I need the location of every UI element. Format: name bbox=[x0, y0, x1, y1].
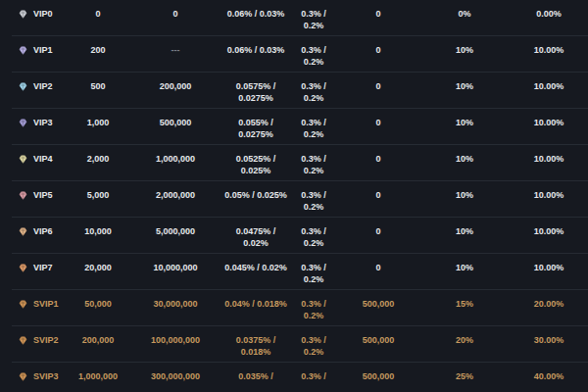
diamond-icon bbox=[18, 299, 28, 310]
table-cell-holding-requirement: 500 bbox=[67, 80, 129, 92]
table-cell-maker-taker-fee: 0.035% / bbox=[221, 370, 290, 382]
table-cell-volume-requirement: 300,000,000 bbox=[129, 370, 221, 382]
table-cell-rate-2: 40.00% bbox=[510, 370, 588, 382]
table-cell-holding-requirement: 200 bbox=[67, 44, 129, 56]
table-cell-secondary-fee: 0.3% / 0.2% bbox=[290, 80, 337, 104]
vip-level-cell: SVIP1 bbox=[12, 298, 67, 310]
table-row: VIP4 2,000 1,000,000 0.0525% / 0.025% 0.… bbox=[12, 145, 588, 181]
vip-level-cell: VIP2 bbox=[12, 80, 67, 92]
vip-level-cell: SVIP3 bbox=[12, 370, 67, 382]
table-cell-holding-requirement: 10,000 bbox=[67, 225, 129, 237]
vip-level-cell: VIP4 bbox=[12, 153, 67, 165]
table-cell-maker-taker-fee: 0.045% / 0.02% bbox=[221, 262, 290, 273]
table-cell-rate-1: 10% bbox=[419, 80, 510, 92]
table-cell-secondary-fee: 0.3% / 0.2% bbox=[290, 225, 337, 249]
diamond-icon bbox=[18, 226, 28, 237]
diamond-icon bbox=[18, 263, 28, 273]
table-cell-rate-1: 10% bbox=[419, 44, 510, 56]
vip-level-label: VIP7 bbox=[33, 262, 53, 273]
table-cell-volume-requirement: 0 bbox=[129, 8, 221, 20]
table-row: VIP2 500 200,000 0.0575% / 0.0275% 0.3% … bbox=[12, 73, 588, 109]
vip-level-label: SVIP3 bbox=[33, 370, 59, 382]
table-cell-rate-1: 0% bbox=[419, 8, 510, 20]
diamond-icon bbox=[18, 371, 28, 382]
diamond-icon bbox=[18, 190, 28, 201]
table-cell-holding-requirement: 200,000 bbox=[67, 334, 129, 346]
table-cell-bonus-amount: 0 bbox=[337, 225, 419, 237]
table-cell-maker-taker-fee: 0.06% / 0.03% bbox=[221, 44, 290, 56]
table-row: SVIP1 50,000 30,000,000 0.04% / 0.018% 0… bbox=[12, 290, 588, 326]
table-cell-rate-1: 25% bbox=[419, 370, 510, 382]
table-cell-secondary-fee: 0.3% / 0.2% bbox=[290, 334, 337, 358]
table-cell-rate-1: 15% bbox=[419, 298, 510, 310]
vip-level-cell: VIP6 bbox=[12, 225, 67, 237]
table-cell-bonus-amount: 500,000 bbox=[337, 370, 419, 382]
diamond-icon bbox=[18, 335, 28, 346]
vip-level-cell: VIP3 bbox=[12, 117, 67, 128]
table-cell-holding-requirement: 50,000 bbox=[67, 298, 129, 310]
table-row: VIP0 0 0 0.06% / 0.03% 0.3% / 0.2% 0 0% … bbox=[12, 0, 588, 36]
table-cell-secondary-fee: 0.3% / 0.2% bbox=[290, 298, 337, 321]
table-cell-holding-requirement: 1,000,000 bbox=[67, 370, 129, 382]
diamond-icon bbox=[18, 118, 28, 128]
table-cell-holding-requirement: 5,000 bbox=[67, 189, 129, 201]
table-cell-volume-requirement: 5,000,000 bbox=[129, 225, 221, 237]
table-cell-secondary-fee: 0.3% / 0.2% bbox=[290, 262, 337, 285]
table-cell-bonus-amount: 0 bbox=[337, 153, 419, 165]
table-cell-volume-requirement: 1,000,000 bbox=[129, 153, 221, 165]
diamond-icon bbox=[18, 154, 28, 165]
table-cell-rate-2: 10.00% bbox=[510, 225, 588, 237]
table-cell-maker-taker-fee: 0.0525% / 0.025% bbox=[221, 153, 290, 176]
table-cell-rate-1: 10% bbox=[419, 117, 510, 128]
table-cell-holding-requirement: 1,000 bbox=[67, 117, 129, 128]
table-cell-secondary-fee: 0.3% / 0.2% bbox=[290, 8, 337, 31]
table-cell-rate-2: 10.00% bbox=[510, 117, 588, 128]
table-cell-volume-requirement: 2,000,000 bbox=[129, 189, 221, 201]
table-cell-maker-taker-fee: 0.055% / 0.0275% bbox=[221, 117, 290, 140]
page: { "table": { "name": "vip-fee-tier-table… bbox=[0, 0, 588, 392]
table-cell-maker-taker-fee: 0.05% / 0.025% bbox=[221, 189, 290, 201]
table-cell-secondary-fee: 0.3% / 0.2% bbox=[290, 189, 337, 213]
table-cell-bonus-amount: 0 bbox=[337, 117, 419, 128]
table-cell-volume-requirement: --- bbox=[129, 44, 221, 56]
table-cell-rate-1: 10% bbox=[419, 225, 510, 237]
table-cell-volume-requirement: 10,000,000 bbox=[129, 262, 221, 273]
table-row: VIP7 20,000 10,000,000 0.045% / 0.02% 0.… bbox=[12, 254, 588, 290]
vip-level-cell: VIP7 bbox=[12, 262, 67, 273]
table-cell-holding-requirement: 0 bbox=[67, 8, 129, 20]
table-cell-secondary-fee: 0.3% / 0.2% bbox=[290, 44, 337, 68]
table-cell-holding-requirement: 2,000 bbox=[67, 153, 129, 165]
vip-level-label: VIP3 bbox=[33, 117, 53, 128]
table-cell-rate-1: 10% bbox=[419, 262, 510, 273]
vip-level-label: VIP1 bbox=[33, 44, 53, 56]
table-cell-maker-taker-fee: 0.0475% / 0.02% bbox=[221, 225, 290, 249]
table-row: VIP3 1,000 500,000 0.055% / 0.0275% 0.3%… bbox=[12, 109, 588, 145]
diamond-icon bbox=[18, 45, 28, 56]
table-cell-rate-1: 20% bbox=[419, 334, 510, 346]
table-cell-bonus-amount: 500,000 bbox=[337, 298, 419, 310]
table-cell-bonus-amount: 0 bbox=[337, 262, 419, 273]
table-row: SVIP2 200,000 100,000,000 0.0375% / 0.01… bbox=[12, 326, 588, 363]
table-row: VIP5 5,000 2,000,000 0.05% / 0.025% 0.3%… bbox=[12, 181, 588, 218]
table-cell-rate-2: 10.00% bbox=[510, 189, 588, 201]
diamond-icon bbox=[18, 9, 28, 20]
vip-level-label: VIP5 bbox=[33, 189, 53, 201]
vip-level-cell: VIP5 bbox=[12, 189, 67, 201]
vip-level-label: VIP4 bbox=[33, 153, 53, 165]
table-cell-volume-requirement: 100,000,000 bbox=[129, 334, 221, 346]
table-cell-rate-2: 10.00% bbox=[510, 153, 588, 165]
table-row: SVIP3 1,000,000 300,000,000 0.035% / 0.3… bbox=[12, 363, 588, 392]
table-cell-rate-2: 0.00% bbox=[510, 8, 588, 20]
table-cell-maker-taker-fee: 0.04% / 0.018% bbox=[221, 298, 290, 310]
table-cell-bonus-amount: 0 bbox=[337, 44, 419, 56]
vip-level-cell: VIP1 bbox=[12, 44, 67, 56]
table-cell-maker-taker-fee: 0.06% / 0.03% bbox=[221, 8, 290, 20]
vip-level-label: VIP0 bbox=[33, 8, 53, 20]
table-cell-holding-requirement: 20,000 bbox=[67, 262, 129, 273]
vip-level-label: VIP6 bbox=[33, 225, 53, 237]
table-cell-maker-taker-fee: 0.0375% / 0.018% bbox=[221, 334, 290, 358]
table-cell-secondary-fee: 0.3% / 0.2% bbox=[290, 153, 337, 176]
table-row: VIP1 200 --- 0.06% / 0.03% 0.3% / 0.2% 0… bbox=[12, 36, 588, 73]
table-cell-rate-1: 10% bbox=[419, 153, 510, 165]
diamond-icon bbox=[18, 81, 28, 92]
